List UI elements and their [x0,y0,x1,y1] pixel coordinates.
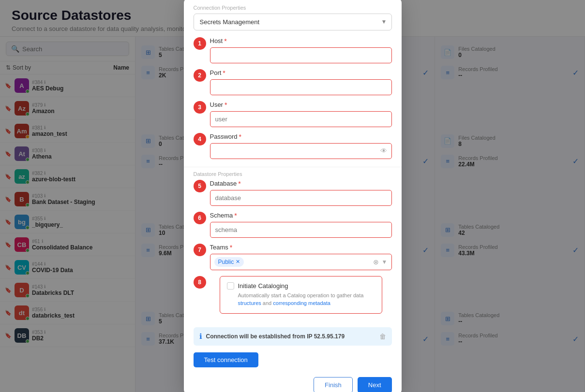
step-2-badge: 2 [194,69,206,82]
info-bar: ℹ Connection will be established from IP… [194,327,392,346]
team-tag-label: Public [218,259,234,265]
test-connection-wrap: Test connection [184,352,402,372]
secrets-management-select-wrap[interactable]: Secrets Management ▼ [194,14,392,30]
modal-dialog: Connection Properties Secrets Management… [184,0,402,392]
password-label: Password * [210,133,392,141]
teams-label: Teams * [210,244,392,251]
catalog-link-structures[interactable]: structures [238,300,261,306]
password-input-wrap: 👁 [210,143,392,159]
catalog-link-metadata[interactable]: corresponding metadata [273,300,330,306]
user-required: * [225,101,227,109]
password-required: * [239,133,241,141]
team-tag-remove[interactable]: ✕ [236,259,240,265]
database-input[interactable] [210,190,392,206]
port-required: * [223,69,225,77]
teams-dropdown-icon[interactable]: ▼ [382,259,388,265]
host-label: Host * [210,37,392,45]
schema-input[interactable] [210,222,392,238]
host-required: * [224,37,226,45]
modal-overlay[interactable]: Connection Properties Secrets Management… [0,0,585,392]
user-label: User * [210,101,392,109]
step-7-badge: 7 [194,244,206,256]
port-input[interactable] [210,79,392,95]
step-8-badge: 8 [194,276,206,289]
datastore-properties-label: Datastore Properties [184,167,402,180]
password-input[interactable] [210,143,392,159]
catalog-header: Initiate Cataloging [227,282,375,290]
catalog-checkbox[interactable] [227,282,234,290]
schema-required: * [234,212,237,219]
eye-icon[interactable]: 👁 [380,147,387,155]
team-tag-public[interactable]: Public ✕ [214,257,244,267]
catalog-title: Initiate Cataloging [238,282,288,290]
step-6-badge: 6 [194,212,206,224]
info-bar-text: Connection will be established from IP 5… [206,333,375,340]
teams-required: * [230,244,232,251]
schema-label: Schema * [210,212,392,219]
catalog-desc-text1: Automatically start a Catalog operation … [238,292,364,298]
connection-properties-label: Connection Properties [184,0,402,14]
trash-icon[interactable]: 🗑 [379,333,386,340]
catalog-box: Initiate Cataloging Automatically start … [220,276,382,314]
database-required: * [238,180,240,188]
finish-button[interactable]: Finish [314,377,353,392]
step-3-badge: 3 [194,101,206,114]
port-label: Port * [210,69,392,77]
database-label: Database * [210,180,392,188]
catalog-desc: Automatically start a Catalog operation … [227,291,375,307]
info-icon: ℹ [199,332,202,341]
host-input[interactable] [210,47,392,63]
teams-input-wrap[interactable]: Public ✕ ⊗ ▼ [210,254,392,270]
step-1-badge: 1 [194,37,206,50]
catalog-desc-text2: and [261,300,273,306]
teams-clear-icon[interactable]: ⊗ [373,258,379,266]
step-4-badge: 4 [194,133,206,145]
page-wrapper: Source Datastores Connect to a source da… [0,0,585,392]
info-prefix: Connection will be established from IP [206,333,314,340]
next-button[interactable]: Next [358,377,392,392]
secrets-management-select[interactable]: Secrets Management [194,14,392,30]
user-input[interactable] [210,111,392,127]
step-5-badge: 5 [194,180,206,192]
info-ip: 52.5.95.179 [314,333,345,340]
test-connection-button[interactable]: Test connection [194,352,258,367]
modal-footer: Finish Next [184,372,402,392]
